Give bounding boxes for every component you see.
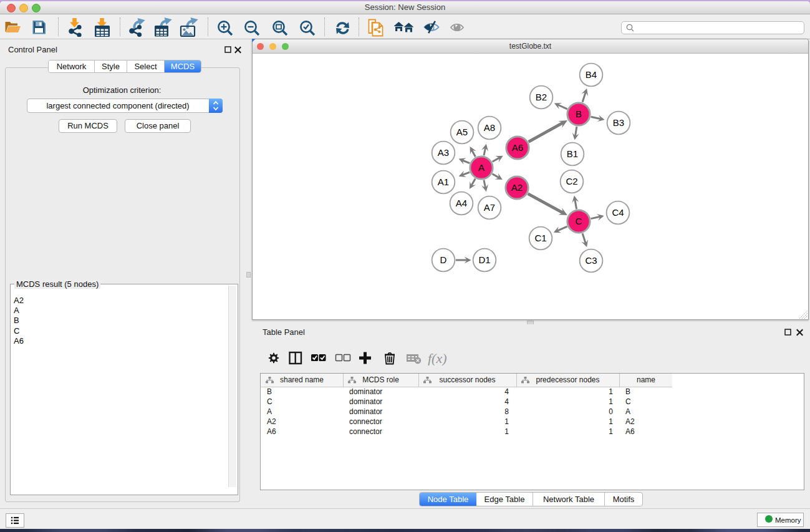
svg-text:D1: D1	[478, 254, 490, 265]
svg-text:A3: A3	[438, 147, 449, 158]
svg-text:C4: C4	[612, 207, 624, 218]
svg-text:B3: B3	[613, 117, 624, 128]
svg-text:f(x): f(x)	[428, 351, 447, 365]
svg-text:A7: A7	[484, 202, 495, 213]
svg-text:C: C	[576, 216, 582, 226]
svg-text:A2: A2	[511, 182, 523, 193]
svg-text:A6: A6	[512, 142, 523, 153]
svg-text:A8: A8	[484, 122, 495, 133]
svg-text:A5: A5	[456, 127, 468, 137]
svg-text:A4: A4	[456, 198, 467, 208]
svg-text:C1: C1	[534, 233, 546, 243]
svg-text:B1: B1	[567, 148, 578, 159]
svg-text:A: A	[478, 162, 485, 173]
svg-text:C2: C2	[566, 176, 577, 186]
svg-text:D: D	[440, 254, 447, 265]
svg-text:B: B	[576, 109, 582, 119]
svg-text:B4: B4	[586, 69, 597, 80]
svg-text:C3: C3	[585, 255, 597, 266]
svg-text:B2: B2	[536, 92, 547, 102]
svg-text:A1: A1	[438, 177, 449, 187]
